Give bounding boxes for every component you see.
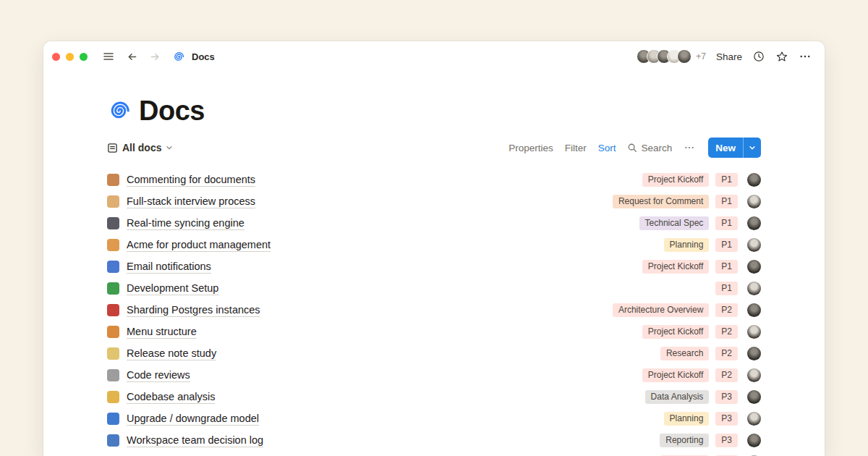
doc-owner-avatar — [747, 434, 761, 447]
doc-title-link[interactable]: Commenting for documents — [127, 174, 255, 185]
doc-row[interactable]: Performance feedback Research P3 — [107, 451, 761, 456]
doc-owner-avatar — [747, 303, 761, 317]
doc-title-link[interactable]: Menu structure — [127, 326, 197, 337]
page-title: Docs — [139, 93, 205, 128]
doc-row[interactable]: Codebase analysis Data Analysis P3 — [107, 386, 761, 408]
minimize-window-button[interactable] — [66, 53, 74, 61]
doc-row[interactable]: Release note study Research P2 — [107, 342, 761, 364]
doc-owner-avatar — [747, 173, 761, 187]
new-button[interactable]: New — [708, 138, 761, 158]
mailbox-emoji — [107, 261, 119, 273]
more-options-icon[interactable] — [799, 50, 812, 63]
search-label: Search — [641, 143, 672, 153]
doc-title-link[interactable]: Codebase analysis — [127, 391, 216, 402]
doc-priority-pill: P1 — [715, 173, 738, 187]
doc-priority-pill: P1 — [715, 216, 738, 230]
doc-owner-avatar — [747, 368, 761, 382]
doc-priority-pill: P1 — [715, 238, 738, 252]
spiral-logo-icon — [171, 50, 184, 63]
back-icon[interactable] — [125, 50, 138, 63]
window-controls — [52, 53, 88, 61]
handshake-emoji — [107, 195, 119, 208]
doc-tag-pill: Planning — [664, 238, 710, 252]
doc-row[interactable]: Code reviews Project Kickoff P2 — [107, 364, 761, 386]
doc-owner-avatar — [747, 325, 761, 339]
doc-owner-avatar — [747, 195, 761, 208]
sort-button[interactable]: Sort — [598, 143, 616, 153]
doc-tag-pill: Data Analysis — [645, 390, 710, 404]
doc-title-link[interactable]: Code reviews — [127, 369, 190, 381]
doc-owner-avatar — [747, 282, 761, 295]
docs-list: Commenting for documents Project Kickoff… — [107, 169, 761, 456]
page-header: Docs — [107, 93, 761, 128]
collaborator-avatar — [677, 49, 692, 64]
card-file-box-emoji — [107, 304, 119, 316]
doc-row[interactable]: Acme for product management Planning P1 — [107, 234, 761, 256]
double-bars-emoji — [107, 369, 119, 381]
title-bar: Docs +7 Share — [43, 41, 825, 72]
toolbar-more-icon[interactable] — [684, 142, 695, 153]
favorite-star-icon[interactable] — [775, 50, 788, 63]
app-window: Docs +7 Share — [43, 41, 825, 456]
doc-row[interactable]: Development Setup P1 — [107, 277, 761, 299]
doc-title-link[interactable]: Release note study — [127, 347, 216, 359]
doc-title-link[interactable]: Real-time syncing engine — [127, 217, 244, 229]
close-window-button[interactable] — [52, 53, 60, 61]
sidebar-menu-icon[interactable] — [102, 50, 115, 63]
doc-priority-pill: P1 — [715, 260, 738, 274]
doc-priority-pill: P3 — [715, 390, 738, 404]
doc-title-link[interactable]: Development Setup — [127, 282, 218, 294]
doc-tag-pill: Planning — [664, 412, 710, 426]
doc-tag-pill: Project Kickoff — [642, 368, 709, 382]
doc-owner-avatar — [747, 260, 761, 274]
doc-row[interactable]: Real-time syncing engine Technical Spec … — [107, 212, 761, 234]
doc-tag-pill: Request for Comment — [613, 195, 709, 208]
zoom-window-button[interactable] — [80, 53, 88, 61]
doc-tag-pill: Project Kickoff — [642, 173, 709, 187]
doc-row[interactable]: Workspace team decision log Reporting P3 — [107, 429, 761, 451]
filter-button[interactable]: Filter — [565, 143, 587, 153]
doc-owner-avatar — [747, 347, 761, 360]
doc-owner-avatar — [747, 216, 761, 230]
doc-tag-pill: Project Kickoff — [642, 260, 709, 274]
doc-owner-avatar — [747, 412, 761, 426]
view-toolbar: All docs Properties Filter Sort Search — [107, 137, 761, 159]
locomotive-emoji — [107, 217, 119, 229]
forward-icon[interactable] — [148, 50, 161, 63]
doc-tag-pill: Research — [660, 347, 709, 360]
properties-button[interactable]: Properties — [509, 143, 553, 153]
updates-clock-icon[interactable] — [752, 50, 765, 63]
doc-list-icon — [107, 143, 118, 153]
spiral-page-icon — [107, 99, 130, 122]
new-dropdown-chevron-icon[interactable] — [744, 144, 761, 151]
share-button[interactable]: Share — [716, 51, 742, 62]
doc-title-link[interactable]: Upgrade / downgrade model — [127, 413, 259, 424]
doc-title-link[interactable]: Sharding Postgres instances — [127, 304, 260, 316]
doc-title-link[interactable]: Acme for product management — [127, 239, 271, 250]
doc-priority-pill: P2 — [715, 368, 738, 382]
doc-tag-pill: Architecture Overview — [613, 303, 709, 317]
search-icon — [627, 143, 637, 153]
view-switcher[interactable]: All docs — [107, 142, 173, 153]
doc-priority-pill: P1 — [715, 195, 738, 208]
search-button[interactable]: Search — [627, 143, 672, 153]
doc-title-link[interactable]: Workspace team decision log — [127, 434, 263, 446]
ledger-book-emoji — [107, 434, 119, 447]
doc-row[interactable]: Menu structure Project Kickoff P2 — [107, 321, 761, 342]
doc-row[interactable]: Commenting for documents Project Kickoff… — [107, 169, 761, 190]
doc-title-link[interactable]: Full-stack interview process — [127, 195, 255, 207]
doc-tag-pill: Technical Spec — [639, 216, 710, 230]
doc-priority-pill: P2 — [715, 303, 738, 317]
doc-row[interactable]: Full-stack interview process Request for… — [107, 190, 761, 212]
collaborator-avatars[interactable]: +7 — [637, 49, 706, 64]
doc-row[interactable]: Upgrade / downgrade model Planning P3 — [107, 408, 761, 429]
collaborator-overflow-count[interactable]: +7 — [696, 51, 706, 62]
train-car-emoji — [107, 282, 119, 295]
up-down-arrows-emoji — [107, 413, 119, 425]
doc-row[interactable]: Sharding Postgres instances Architecture… — [107, 299, 761, 321]
doc-row[interactable]: Email notifications Project Kickoff P1 — [107, 256, 761, 277]
window-title: Docs — [192, 51, 215, 62]
doc-title-link[interactable]: Email notifications — [127, 261, 211, 272]
monkey-face-emoji — [107, 174, 119, 186]
construction-worker-emoji — [107, 391, 119, 403]
